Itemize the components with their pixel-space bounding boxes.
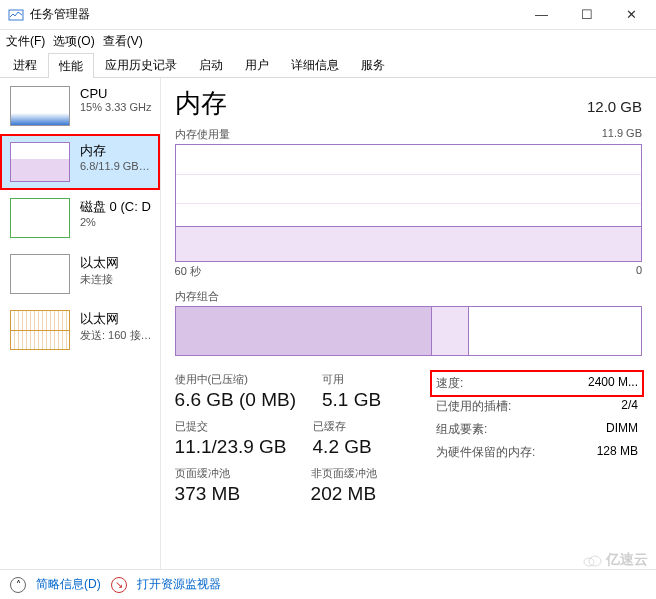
sidebar-item-sub: 6.8/11.9 GB (57%): [80, 160, 152, 172]
open-resmon-link[interactable]: 打开资源监视器: [137, 576, 221, 593]
title-bar: 任务管理器 — ☐ ✕: [0, 0, 656, 30]
stat-nonpaged-label: 非页面缓冲池: [311, 466, 421, 481]
prop-speed: 速度: 2400 M...: [432, 372, 642, 395]
tab-bar: 进程 性能 应用历史记录 启动 用户 详细信息 服务: [0, 52, 656, 78]
sidebar-item-disk[interactable]: 磁盘 0 (C: D:) 2%: [0, 190, 160, 246]
chevron-up-icon[interactable]: ˄: [10, 577, 26, 593]
stat-committed-value: 11.1/23.9 GB: [175, 436, 287, 458]
sidebar-item-memory[interactable]: 内存 6.8/11.9 GB (57%): [0, 134, 160, 190]
sidebar-item-label: 以太网: [80, 254, 152, 272]
menu-options[interactable]: 选项(O): [53, 33, 94, 50]
stat-paged-value: 373 MB: [175, 483, 285, 505]
prop-slots-label: 已使用的插槽:: [436, 398, 511, 415]
stat-cached-label: 已缓存: [313, 419, 423, 434]
memory-composition-graph[interactable]: [175, 306, 642, 356]
cpu-thumbnail-icon: [10, 86, 70, 126]
brief-info-link[interactable]: 简略信息(D): [36, 576, 101, 593]
stat-cached-value: 4.2 GB: [313, 436, 423, 458]
memory-usage-graph[interactable]: [175, 144, 642, 262]
ethernet-thumbnail-icon: [10, 310, 70, 350]
memory-total: 12.0 GB: [587, 98, 642, 115]
svg-point-2: [589, 556, 601, 566]
tab-startup[interactable]: 启动: [188, 52, 234, 77]
prop-form-value: DIMM: [606, 421, 638, 438]
page-title: 内存: [175, 86, 227, 121]
usage-graph-max: 11.9 GB: [602, 127, 642, 142]
stat-in-use-label: 使用中(已压缩): [175, 372, 296, 387]
prop-reserved: 为硬件保留的内存: 128 MB: [432, 441, 642, 464]
window-title: 任务管理器: [30, 6, 90, 23]
disk-thumbnail-icon: [10, 198, 70, 238]
menu-view[interactable]: 查看(V): [103, 33, 143, 50]
sidebar-item-sub: 15% 3.33 GHz: [80, 101, 152, 113]
close-button[interactable]: ✕: [609, 0, 654, 30]
footer-bar: ˄ 简略信息(D) ↘ 打开资源监视器: [0, 569, 656, 599]
prop-slots: 已使用的插槽: 2/4: [432, 395, 642, 418]
watermark: 亿速云: [582, 551, 648, 569]
sidebar-item-label: 内存: [80, 142, 152, 160]
time-axis-end: 0: [636, 264, 642, 279]
memory-detail-panel: 内存 12.0 GB 内存使用量 11.9 GB 60 秒 0 内存组合: [161, 78, 656, 569]
minimize-button[interactable]: —: [519, 0, 564, 30]
ethernet-thumbnail-icon: [10, 254, 70, 294]
prop-slots-value: 2/4: [621, 398, 638, 415]
tab-services[interactable]: 服务: [350, 52, 396, 77]
sidebar-item-sub: 2%: [80, 216, 152, 228]
stat-committed-label: 已提交: [175, 419, 287, 434]
tab-users[interactable]: 用户: [234, 52, 280, 77]
composition-label: 内存组合: [175, 289, 642, 304]
stat-nonpaged-value: 202 MB: [311, 483, 421, 505]
stat-in-use-value: 6.6 GB (0 MB): [175, 389, 296, 411]
prop-speed-label: 速度:: [436, 375, 463, 392]
sidebar-item-label: 以太网: [80, 310, 152, 328]
sidebar-item-sub: 发送: 160 接收: 224 Kb: [80, 328, 152, 343]
sidebar-item-label: 磁盘 0 (C: D:): [80, 198, 152, 216]
prop-reserved-label: 为硬件保留的内存:: [436, 444, 535, 461]
stat-paged-label: 页面缓冲池: [175, 466, 285, 481]
tab-app-history[interactable]: 应用历史记录: [94, 52, 188, 77]
usage-graph-label: 内存使用量: [175, 127, 230, 142]
prop-form-label: 组成要素:: [436, 421, 487, 438]
stat-available-value: 5.1 GB: [322, 389, 432, 411]
tab-processes[interactable]: 进程: [2, 52, 48, 77]
sidebar-item-sub: 未连接: [80, 272, 152, 287]
sidebar-item-label: CPU: [80, 86, 152, 101]
prop-form: 组成要素: DIMM: [432, 418, 642, 441]
memory-thumbnail-icon: [10, 142, 70, 182]
memory-stats: 使用中(已压缩) 6.6 GB (0 MB) 可用 5.1 GB 已提交 11.…: [175, 372, 642, 513]
performance-sidebar: CPU 15% 3.33 GHz 内存 6.8/11.9 GB (57%) 磁盘…: [0, 78, 161, 569]
sidebar-item-ethernet-1[interactable]: 以太网 未连接: [0, 246, 160, 302]
watermark-text: 亿速云: [606, 551, 648, 569]
prop-reserved-value: 128 MB: [597, 444, 638, 461]
resmon-icon: ↘: [111, 577, 127, 593]
app-icon: [8, 7, 24, 23]
cloud-icon: [582, 553, 602, 567]
stat-available-label: 可用: [322, 372, 432, 387]
content-area: CPU 15% 3.33 GHz 内存 6.8/11.9 GB (57%) 磁盘…: [0, 78, 656, 569]
time-axis-start: 60 秒: [175, 264, 201, 279]
menu-file[interactable]: 文件(F): [6, 33, 45, 50]
menu-bar: 文件(F) 选项(O) 查看(V): [0, 30, 656, 52]
maximize-button[interactable]: ☐: [564, 0, 609, 30]
sidebar-item-ethernet-2[interactable]: 以太网 发送: 160 接收: 224 Kb: [0, 302, 160, 358]
sidebar-item-cpu[interactable]: CPU 15% 3.33 GHz: [0, 78, 160, 134]
tab-performance[interactable]: 性能: [48, 53, 94, 78]
tab-details[interactable]: 详细信息: [280, 52, 350, 77]
prop-speed-value: 2400 M...: [588, 375, 638, 392]
